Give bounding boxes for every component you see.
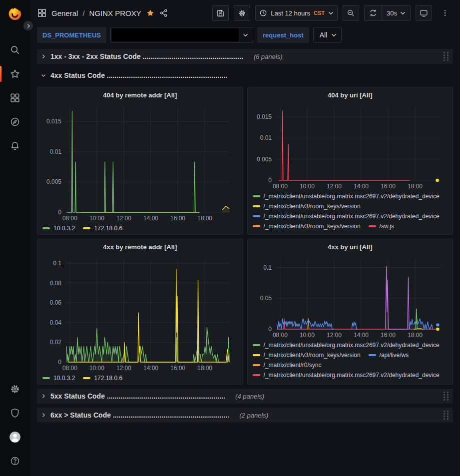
row-panel-count: (2 panels) <box>239 412 268 419</box>
panel-title[interactable]: 4xx by remote addr [All] <box>42 239 238 254</box>
legend-item[interactable]: /_matrix/client/r0/sync <box>253 362 322 369</box>
timeseries-chart[interactable]: 08:0010:0012:0014:0016:0018:0000.0050.01… <box>253 102 448 191</box>
dashboards-grid-icon <box>9 92 20 103</box>
panel-legend: 10.0.3.2172.18.0.6 <box>42 223 238 231</box>
svg-text:0.1: 0.1 <box>263 264 272 271</box>
legend-item[interactable]: 172.18.0.6 <box>83 225 122 231</box>
legend-item[interactable]: /_matrix/client/unstable/org.matrix.msc2… <box>253 193 440 200</box>
row-panel-count: (4 panels) <box>235 393 264 400</box>
refresh-interval-dropdown[interactable]: 30s <box>382 5 410 20</box>
row-drag-handle[interactable] <box>443 411 450 420</box>
chevron-right-icon <box>40 412 46 418</box>
panel-title[interactable]: 4xx by uri [All] <box>253 239 448 254</box>
timeseries-chart[interactable]: 08:0010:0012:0014:0016:0018:0000.020.040… <box>42 254 238 373</box>
dashboard-canvas: 1xx - 3xx - 2xx Status Code ............… <box>30 48 460 423</box>
zoom-out-time-button[interactable] <box>343 5 359 21</box>
legend-item[interactable]: /_matrix/client/v3/room_keys/version <box>253 352 361 359</box>
breadcrumb-dashboard-title[interactable]: NGINX PROXY <box>89 9 141 17</box>
share-icon[interactable] <box>159 8 168 17</box>
shield-icon <box>9 408 20 419</box>
legend-swatch <box>253 364 260 366</box>
chevron-right-icon <box>26 23 31 28</box>
svg-text:0.08: 0.08 <box>50 280 62 287</box>
svg-text:0.04: 0.04 <box>50 319 62 326</box>
svg-text:0.01: 0.01 <box>260 134 272 141</box>
legend-swatch <box>253 215 260 217</box>
sidebar-item-starred[interactable] <box>4 64 26 84</box>
legend-item[interactable]: /_matrix/client/unstable/org.matrix.msc2… <box>253 372 440 379</box>
legend-item[interactable]: /_matrix/client/unstable/org.matrix.msc2… <box>253 342 440 349</box>
legend-item[interactable]: /api/live/ws <box>369 352 409 359</box>
star-icon <box>9 68 20 79</box>
svg-text:0.02: 0.02 <box>50 339 62 346</box>
tv-mode-button[interactable] <box>416 5 432 21</box>
sidebar-item-help[interactable] <box>4 451 26 471</box>
legend-item[interactable]: 172.18.0.6 <box>83 375 122 381</box>
kebab-menu-button[interactable] <box>437 5 453 21</box>
sidebar-item-server-admin[interactable] <box>4 403 26 423</box>
panel-404-by-uri: 404 by uri [All] 08:0010:0012:0014:0016:… <box>247 87 454 235</box>
legend-item[interactable]: /_matrix/client/unstable/org.matrix.msc2… <box>253 213 440 220</box>
variable-select-request-host[interactable]: All <box>313 27 342 43</box>
svg-text:10:00: 10:00 <box>89 365 104 372</box>
svg-text:18:00: 18:00 <box>408 183 423 190</box>
main-content: General / NGINX PROXY <box>30 0 460 423</box>
panel-legend: /_matrix/client/unstable/org.matrix.msc2… <box>253 340 448 381</box>
gear-icon <box>9 384 20 395</box>
avatar <box>8 431 21 444</box>
variable-value-request-host: All <box>320 31 328 39</box>
legend-item[interactable]: /_matrix/client/v3/room_keys/version <box>253 223 361 230</box>
svg-text:0: 0 <box>268 177 272 184</box>
legend-item[interactable]: 10.0.3.2 <box>42 375 75 381</box>
time-range-picker[interactable]: Last 12 hours CST <box>255 5 338 21</box>
legend-swatch <box>253 225 260 227</box>
breadcrumb-section[interactable]: General <box>51 9 78 17</box>
panel-4xx-by-remote-addr: 4xx by remote addr [All] 08:0010:0012:00… <box>37 239 243 385</box>
favorite-star-icon[interactable] <box>146 8 155 17</box>
timeseries-chart[interactable]: 08:0010:0012:0014:0016:0018:0000.0050.01… <box>42 102 238 223</box>
panel-legend: /_matrix/client/unstable/org.matrix.msc2… <box>253 191 448 231</box>
sidebar-item-search[interactable] <box>4 40 26 60</box>
row-header-4xx[interactable]: 4xx Status Code ........................… <box>37 68 453 83</box>
dashboard-settings-button[interactable] <box>234 5 250 21</box>
sidebar-item-dashboards[interactable] <box>4 88 26 108</box>
time-range-label: Last 12 hours <box>271 9 310 17</box>
panel-title[interactable]: 404 by remote addr [All] <box>42 87 238 102</box>
chart-svg: 08:0010:0012:0014:0016:0018:0000.020.040… <box>42 254 238 373</box>
sidebar-item-explore[interactable] <box>4 112 26 132</box>
chevron-down-icon <box>328 11 334 15</box>
legend-label: /_matrix/client/v3/room_keys/version <box>264 203 361 210</box>
legend-swatch <box>253 344 260 346</box>
row-header-1xx-3xx-2xx[interactable]: 1xx - 3xx - 2xx Status Code ............… <box>37 49 453 64</box>
row-header-6xx[interactable]: 6xx > Status Code ......................… <box>37 408 453 423</box>
chevron-down-icon <box>40 72 46 78</box>
sidebar-item-configuration[interactable] <box>4 379 26 399</box>
legend-item[interactable]: /_matrix/client/v3/room_keys/version <box>253 203 361 210</box>
sidebar-expand-button[interactable] <box>22 20 34 31</box>
legend-label: /_matrix/client/r0/sync <box>264 362 322 369</box>
variable-select-ds-prometheus[interactable] <box>110 27 253 43</box>
row-panel-count: (6 panels) <box>254 53 283 60</box>
sidebar-item-alerting[interactable] <box>4 136 26 156</box>
sidebar-item-profile[interactable] <box>4 427 26 447</box>
grafana-logo[interactable] <box>4 3 26 25</box>
refresh-button[interactable] <box>365 5 382 20</box>
svg-text:0.01: 0.01 <box>50 148 62 155</box>
panel-title[interactable]: 404 by uri [All] <box>253 87 448 102</box>
svg-text:08:00: 08:00 <box>272 332 287 339</box>
legend-item[interactable]: 10.0.3.2 <box>42 225 75 231</box>
svg-text:18:00: 18:00 <box>197 215 212 222</box>
row-drag-handle[interactable] <box>443 52 450 61</box>
save-dashboard-button[interactable] <box>212 5 229 21</box>
svg-text:0: 0 <box>58 359 61 366</box>
variable-label-ds-prometheus: DS_PROMETHEUS <box>37 27 106 43</box>
svg-text:0.06: 0.06 <box>50 299 62 306</box>
panel-404-by-remote-addr: 404 by remote addr [All] 08:0010:0012:00… <box>37 87 243 235</box>
row-header-5xx[interactable]: 5xx Status Code ........................… <box>37 389 453 404</box>
row-drag-handle[interactable] <box>443 392 450 401</box>
svg-text:16:00: 16:00 <box>380 183 395 190</box>
timeseries-chart[interactable]: 08:0010:0012:0014:0016:0018:0000.050.1 <box>253 254 448 340</box>
legend-label: /_matrix/client/unstable/org.matrix.msc2… <box>264 193 440 200</box>
legend-item[interactable]: /sw.js <box>369 223 394 230</box>
svg-text:12:00: 12:00 <box>116 215 131 222</box>
